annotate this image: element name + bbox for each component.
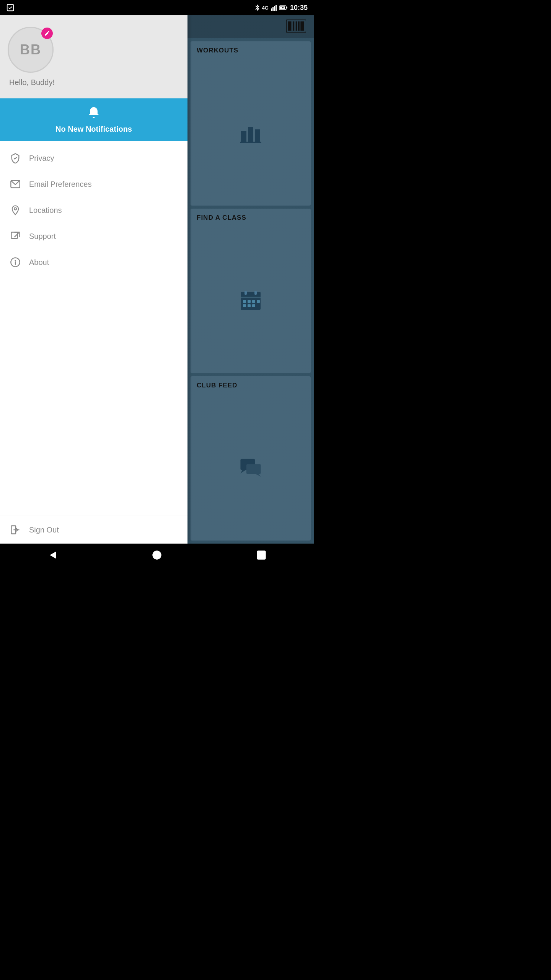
menu-item-about[interactable]: About	[0, 249, 187, 275]
svg-rect-31	[255, 129, 260, 142]
workouts-card-title: WORKOUTS	[191, 41, 311, 60]
svg-rect-39	[248, 300, 251, 303]
status-time: 10:35	[290, 4, 308, 12]
svg-rect-32	[240, 142, 261, 143]
profile-header: BB Hello, Buddy!	[0, 15, 187, 98]
support-label: Support	[29, 232, 56, 241]
workouts-icon-area	[191, 60, 311, 206]
svg-rect-1	[271, 8, 272, 11]
svg-marker-48	[256, 474, 261, 477]
barcode-button[interactable]	[286, 19, 306, 34]
menu-item-email-preferences[interactable]: Email Preferences	[0, 171, 187, 197]
svg-line-12	[15, 232, 20, 237]
main-container: BB Hello, Buddy! No New Notifications	[0, 15, 314, 544]
svg-rect-36	[245, 291, 247, 295]
recents-button[interactable]	[254, 547, 269, 563]
club-feed-icon-area	[191, 395, 311, 541]
main-topbar	[187, 15, 314, 38]
home-button[interactable]	[149, 547, 165, 563]
locations-label: Locations	[29, 206, 62, 215]
location-pin-icon	[9, 204, 21, 216]
sign-out-section: Sign Out	[0, 516, 187, 544]
shield-check-icon	[9, 152, 21, 164]
svg-rect-7	[286, 7, 287, 8]
svg-rect-4	[276, 5, 277, 11]
main-content: WORKOUTS FIND A CLASS	[187, 15, 314, 544]
svg-rect-41	[257, 300, 260, 303]
avatar-container: BB	[8, 27, 54, 73]
svg-marker-46	[240, 470, 246, 474]
svg-marker-49	[50, 552, 56, 559]
svg-point-50	[153, 551, 161, 559]
sign-out-icon	[9, 524, 21, 536]
signal-4g-icon: 4G	[262, 5, 269, 11]
notification-banner[interactable]: No New Notifications	[0, 98, 187, 141]
envelope-icon	[9, 178, 21, 190]
bell-icon	[87, 106, 100, 122]
checklist-icon	[6, 3, 15, 12]
find-a-class-card[interactable]: FIND A CLASS	[191, 209, 311, 373]
svg-point-10	[14, 208, 16, 210]
greeting-text: Hello, Buddy!	[9, 78, 55, 87]
svg-rect-38	[243, 300, 246, 303]
bottom-nav	[0, 544, 314, 567]
status-bar-right: 4G 10:35	[254, 4, 308, 12]
privacy-label: Privacy	[29, 154, 54, 163]
menu-list: Privacy Email Preferences	[0, 141, 187, 516]
svg-rect-29	[241, 131, 246, 142]
external-link-icon	[9, 230, 21, 242]
bar-chart-icon	[239, 121, 262, 144]
back-button[interactable]	[45, 547, 60, 563]
svg-rect-30	[248, 127, 253, 142]
email-preferences-label: Email Preferences	[29, 180, 91, 189]
notification-text: No New Notifications	[55, 125, 132, 134]
find-a-class-card-title: FIND A CLASS	[191, 209, 311, 227]
svg-rect-3	[274, 6, 275, 11]
battery-icon	[279, 5, 288, 10]
menu-item-locations[interactable]: Locations	[0, 197, 187, 223]
club-feed-card-title: CLUB FEED	[191, 376, 311, 395]
signal-bars-icon	[271, 5, 277, 11]
about-label: About	[29, 258, 49, 267]
menu-item-privacy[interactable]: Privacy	[0, 145, 187, 171]
svg-rect-47	[246, 464, 261, 474]
workouts-card[interactable]: WORKOUTS	[191, 41, 311, 206]
bluetooth-icon	[254, 4, 260, 11]
status-bar: 4G 10:35	[0, 0, 314, 15]
svg-rect-40	[252, 300, 255, 303]
drawer: BB Hello, Buddy! No New Notifications	[0, 15, 187, 544]
sign-out-label: Sign Out	[29, 526, 59, 534]
info-circle-icon	[9, 256, 21, 268]
club-feed-card[interactable]: CLUB FEED	[191, 376, 311, 541]
pencil-icon	[44, 30, 50, 36]
svg-rect-2	[272, 7, 274, 11]
svg-rect-44	[252, 304, 255, 307]
svg-rect-37	[254, 291, 257, 295]
chat-bubbles-icon	[239, 456, 262, 479]
avatar-initials: BB	[20, 42, 41, 58]
status-bar-left	[6, 3, 15, 12]
find-a-class-icon-area	[191, 227, 311, 373]
sign-out-button[interactable]: Sign Out	[9, 524, 178, 536]
svg-rect-43	[248, 304, 251, 307]
edit-avatar-button[interactable]	[41, 28, 53, 39]
menu-item-support[interactable]: Support	[0, 223, 187, 249]
svg-rect-42	[243, 304, 246, 307]
content-grid: WORKOUTS FIND A CLASS	[187, 38, 314, 544]
calendar-icon	[239, 289, 262, 312]
svg-rect-51	[258, 551, 266, 559]
